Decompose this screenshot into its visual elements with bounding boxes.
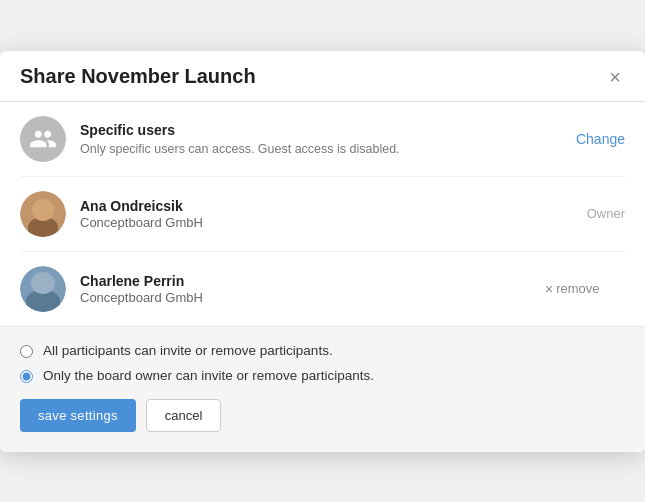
radio-row-2: Only the board owner can invite or remov… [20, 368, 625, 383]
avatar-ana [20, 191, 66, 237]
remove-x-icon: × [545, 281, 553, 297]
user-section: Specific users Only specific users can a… [0, 102, 645, 327]
save-settings-button[interactable]: save settings [20, 399, 136, 432]
dialog-title: Share November Launch [20, 65, 256, 88]
settings-section: All participants can invite or remove pa… [0, 327, 645, 452]
user-info-ana: Ana Ondreicsik Conceptboard GmbH [80, 197, 545, 230]
user-info-charlene: Charlene Perrin Conceptboard GmbH [80, 272, 545, 305]
radio-label-all-participants[interactable]: All participants can invite or remove pa… [43, 343, 333, 358]
buttons-row: save settings cancel [20, 399, 625, 432]
share-dialog: Share November Launch × Specific users O… [0, 51, 645, 452]
users-icon [29, 125, 57, 153]
user-role-ana: Owner [545, 206, 625, 221]
change-action: Change [545, 131, 625, 147]
cancel-button[interactable]: cancel [146, 399, 222, 432]
access-type-label: Specific users [80, 121, 545, 139]
radio-all-participants[interactable] [20, 345, 33, 358]
user-org-ana: Conceptboard GmbH [80, 215, 545, 230]
user-name-charlene: Charlene Perrin [80, 272, 545, 290]
avatar-charlene-image [20, 266, 66, 312]
remove-label: remove [556, 281, 599, 296]
dialog-header: Share November Launch × [0, 51, 645, 102]
user-name-ana: Ana Ondreicsik [80, 197, 545, 215]
access-type-row: Specific users Only specific users can a… [20, 102, 625, 177]
avatar-charlene [20, 266, 66, 312]
user-row-charlene: Charlene Perrin Conceptboard GmbH × remo… [20, 252, 625, 326]
access-info: Specific users Only specific users can a… [80, 121, 545, 155]
user-row-ana: Ana Ondreicsik Conceptboard GmbH Owner [20, 177, 625, 252]
radio-row-1: All participants can invite or remove pa… [20, 343, 625, 358]
user-org-charlene: Conceptboard GmbH [80, 290, 545, 305]
radio-owner-only[interactable] [20, 370, 33, 383]
close-button[interactable]: × [605, 65, 625, 89]
change-button[interactable]: Change [576, 131, 625, 147]
avatar-ana-image [20, 191, 66, 237]
avatar-generic [20, 116, 66, 162]
remove-charlene-button[interactable]: × remove [545, 281, 600, 297]
access-description: Only specific users can access. Guest ac… [80, 142, 545, 156]
radio-label-owner-only[interactable]: Only the board owner can invite or remov… [43, 368, 374, 383]
user-action-charlene: × remove [545, 281, 625, 297]
